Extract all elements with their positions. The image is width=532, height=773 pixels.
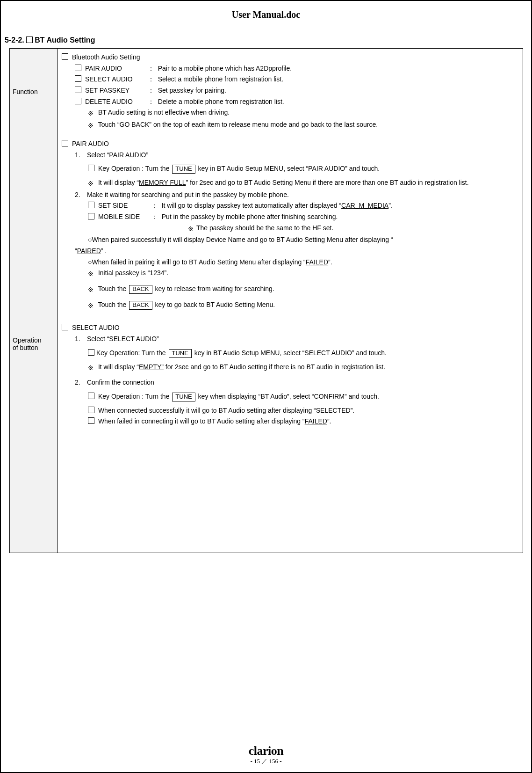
select-audio-heading: SELECT AUDIO [72,324,120,331]
checkbox-icon [88,165,94,171]
key-operation-line: Key Operation : Turn the TUNE key in BT … [62,164,519,174]
keyop-pre: Key Operation: Turn the [96,349,168,357]
checkbox-icon [75,98,81,104]
paired-fail-line: ○When failed in pairing it will go to BT… [62,257,519,268]
operation-content-cell: PAIR AUDIO 1. Select “PAIR AUDIO” Key Op… [58,135,523,553]
note-text: Touch “GO BACK” on the top of each item … [98,121,378,128]
key-operation-line: Key Operation: Turn the TUNE key in BT A… [62,348,519,358]
function-label-cell: Function [10,49,58,135]
menu-name: SELECT AUDIO [85,74,146,85]
step-line: 2. Confirm the connection [62,378,519,388]
reference-mark-icon: ※ [88,121,93,131]
set-side-line: SET SIDE ： It will go to display passkey… [62,201,519,211]
back-keycap: BACK [129,301,152,310]
set-side-desc-pre: It will go to display passkey text autom… [162,202,341,209]
function-item: PAIR AUDIO ： Pair to a mobile phone whic… [62,64,519,74]
reference-mark-icon: ※ [88,269,93,279]
back2-pre: Touch the [98,301,129,308]
function-item: SELECT AUDIO ： Select a mobile phone fro… [62,74,519,85]
mobile-side-line: MOBILE SIDE ： Put in the passkey by mobi… [62,212,519,222]
operation-label-2: of button [13,344,55,351]
checkbox-icon [88,407,94,413]
note-line: ※ It will display “MEMORY FULL” for 2sec… [62,178,519,189]
underlined-text: MEMORY FULL [139,179,186,186]
note-text: BT Audio setting is not effective when d… [98,109,230,116]
checkbox-icon [88,393,94,399]
pair-audio-heading: PAIR AUDIO [72,140,109,147]
menu-desc: Delete a mobile phone from registration … [158,97,284,107]
note-post: for 2sec and go to BT Audio setting if t… [164,363,385,371]
function-heading-line: Bluetooth Audio Setting [62,52,519,63]
section-number: 5-2-2. [5,36,26,44]
page-frame: User Manual.doc 5-2-2. BT Audio Setting … [0,0,532,773]
page-number: - 15 ／ 156 - [1,757,531,766]
function-heading: Bluetooth Audio Setting [72,53,140,61]
tune-keycap: TUNE [169,349,192,358]
step-number: 2. [75,378,85,388]
step-number: 1. [75,150,85,160]
keyop-pre: Key Operation : Turn the [98,165,171,172]
tune-keycap: TUNE [172,165,195,174]
fail-post: ”. [327,417,331,425]
menu-name: DELETE AUDIO [85,97,146,107]
function-note: ※ Touch “GO BACK” on the top of each ite… [62,120,519,131]
table-row: Function Bluetooth Audio Setting PAIR AU… [10,49,523,135]
success-pre: ○When paired successfully it will displa… [88,236,393,243]
select-audio-heading-line: SELECT AUDIO [62,323,519,333]
reference-mark-icon: ※ [88,179,93,189]
checkbox-icon [88,202,94,208]
key-operation-line: Key Operation : Turn the TUNE key when d… [62,392,519,402]
note-pre: It will display “ [98,179,139,186]
pair-audio-heading-line: PAIR AUDIO [62,139,519,149]
checkbox-icon [62,53,68,60]
paired-success-line: ○When paired successfully it will displa… [62,235,519,245]
step-text: Confirm the connection [87,379,154,386]
checkbox-icon [62,324,68,330]
mobile-side-note: The passkey should be the same to the HF… [196,224,333,232]
colon-glyph: ： [151,212,160,222]
back2-post: key to go back to BT Audio Setting Menu. [153,301,275,308]
reference-mark-icon: ※ [88,301,93,311]
step-text: Make it waiting for searching and put in… [87,191,289,198]
reference-mark-icon: ※ [88,109,93,119]
mobile-side-note-line: ※The passkey should be the same to the H… [62,223,519,234]
section-title: BT Audio Setting [35,36,95,44]
paired-success-line2: “PAIRED” . [62,246,519,256]
note-post: ” for 2sec and go to BT Audio Setting Me… [186,179,469,186]
select-success-text: When connected successfully it will go t… [98,407,354,414]
initial-passkey-text: Initial passkey is “1234”. [98,269,168,277]
reference-mark-icon: ※ [88,363,93,373]
checkbox-icon [88,213,94,219]
checkbox-icon [75,65,81,71]
brand-logo: clarion [1,744,531,758]
back-note-line: ※ Touch the BACK key to release from wai… [62,284,519,295]
spec-table: Function Bluetooth Audio Setting PAIR AU… [9,48,523,553]
section-heading: 5-2-2. BT Audio Setting [5,36,523,44]
function-note: ※ BT Audio setting is not effective when… [62,108,519,119]
checkbox-icon [26,36,33,43]
step-number: 2. [75,190,85,200]
document-title: User Manual.doc [9,9,523,20]
function-content-cell: Bluetooth Audio Setting PAIR AUDIO ： Pai… [58,49,523,135]
keyop-post: key in BT Audio Setup MENU, select “SELE… [193,349,387,357]
select-success-line: When connected successfully it will go t… [62,406,519,416]
underlined-text: PAIRED [77,247,101,255]
menu-desc: Set passkey for pairing. [158,86,226,96]
underlined-text: EMPTY” [139,363,164,371]
keyop-post: key when displaying “BT Audio”, select “… [196,393,379,400]
back-note-line: ※ Touch the BACK key to go back to BT Au… [62,300,519,311]
operation-label-1: Operation [13,336,55,344]
underlined-text: CAR_M_MEDIA [341,202,388,209]
set-side-label: SET SIDE [98,201,150,211]
menu-name: SET PASSKEY [85,86,146,96]
colon-glyph: ： [148,86,156,96]
checkbox-icon [62,140,68,146]
menu-name: PAIR AUDIO [85,64,146,74]
reference-mark-icon: ※ [188,224,194,234]
function-item: DELETE AUDIO ： Delete a mobile phone fro… [62,97,519,107]
checkbox-icon [88,349,94,356]
fail-pre: ○When failed in pairing it will go to BT… [88,258,306,266]
colon-glyph: ： [148,64,156,74]
colon-glyph: ： [148,97,156,107]
menu-desc: Pair to a mobile phone which has A2Dppro… [158,64,292,74]
